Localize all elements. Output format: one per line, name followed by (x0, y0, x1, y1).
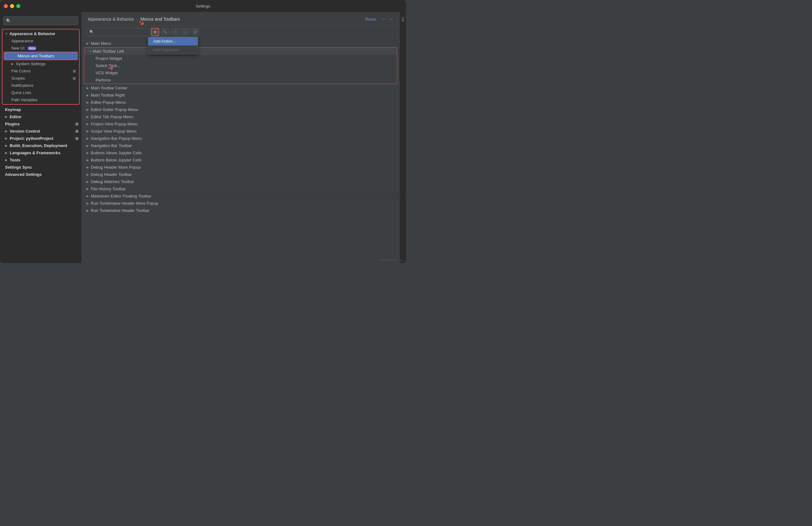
chevron-right-icon: ▶ (86, 166, 89, 169)
chevron-right-icon: ▶ (86, 108, 89, 111)
chevron-right-icon: ▶ (5, 137, 8, 140)
arrow-up-icon: ↑ (174, 29, 176, 34)
table-icon: ▦ (75, 122, 78, 126)
tree-item-main-toolbar-left[interactable]: ▾ Main Toolbar Left (84, 48, 397, 55)
tree-item-markdown-editor-floating[interactable]: ▶ Markdown Editor Floating Toolbar (82, 193, 400, 200)
tree-item-main-toolbar-right[interactable]: ▶ Main Toolbar Right (82, 91, 400, 99)
sidebar-item-advanced-settings[interactable]: Advanced Settings (0, 171, 82, 178)
chevron-right-icon: ▶ (86, 194, 89, 198)
sidebar-item-notifications[interactable]: Notifications (2, 82, 79, 89)
tree-item-main-menu[interactable]: ▶ Main Menu (82, 40, 400, 47)
chevron-right-icon: ▶ (86, 180, 89, 183)
table-icon: ▦ (75, 136, 78, 140)
plus-icon: + (154, 29, 156, 34)
beta-badge: Beta (28, 46, 37, 50)
sidebar-item-tools[interactable]: ▶ Tools (0, 156, 82, 164)
sidebar-item-quick-lists[interactable]: Quick Lists (2, 89, 79, 96)
revert-icon: ↺ (193, 29, 197, 34)
sidebar-item-appearance[interactable]: Appearance (2, 37, 79, 44)
nav-back-arrow[interactable]: ← (381, 16, 387, 22)
tree-item-vcs-widget[interactable]: VCS Widget (84, 69, 397, 76)
sidebar-search[interactable]: 🔍 (3, 16, 78, 25)
edit-button[interactable]: ✎ (161, 28, 169, 36)
revert-button[interactable]: ↺ (191, 28, 199, 36)
sidebar-item-menus-toolbars[interactable]: Menus and Toolbars (4, 52, 77, 59)
chevron-right-icon: ▶ (86, 129, 89, 133)
move-down-button[interactable]: ↓ (181, 28, 189, 36)
nav-arrows: ← → (381, 16, 393, 22)
appearance-behavior-group: ▾ Appearance & Behavior Appearance New U… (2, 29, 79, 105)
sidebar-item-path-variables[interactable]: Path Variables (2, 96, 79, 103)
window-controls (4, 4, 20, 8)
chevron-right-icon: ▶ (5, 151, 8, 155)
chevron-right-icon: ▶ (86, 101, 89, 104)
sidebar-item-system-settings[interactable]: ▶ System Settings (2, 60, 79, 67)
tree-item-editor-gutter-popup[interactable]: ▶ Editor Gutter Popup Menu (82, 106, 400, 113)
tree-item-main-toolbar-center[interactable]: ▶ Main Toolbar Center (82, 84, 400, 91)
chevron-down-icon: ▾ (89, 49, 91, 53)
chevron-right-icon: ▶ (86, 209, 89, 212)
reset-button[interactable]: Reset (365, 17, 376, 22)
sidebar-item-keymap[interactable]: Keymap (0, 106, 82, 113)
chevron-right-icon: ▶ (5, 144, 8, 147)
sidebar-item-scopes[interactable]: Scopes ▦ (2, 75, 79, 82)
tree-item-buttons-below-jupyter[interactable]: ▶ Buttons Below Jupyter Cells (82, 156, 400, 164)
tree-item-run-toolwindow-toolbar[interactable]: ▶ Run Toolwindow Header Toolbar (82, 207, 400, 214)
sidebar-item-project[interactable]: ▶ Project: pythonProject ▦ (0, 135, 82, 142)
chevron-right-icon: ▶ (86, 94, 89, 97)
chevron-down-icon: ▾ (6, 32, 7, 35)
tree-item-debug-watches-toolbar[interactable]: ▶ Debug Watches Toolbar (82, 178, 400, 185)
tree-item-buttons-above-jupyter[interactable]: ▶ Buttons Above Jupyter Cells (82, 149, 400, 156)
dropdown-add-separator: Add Separator (148, 45, 198, 54)
sidebar-item-editor[interactable]: ▶ Editor (0, 113, 82, 120)
chevron-right-icon: ▶ (86, 151, 89, 155)
tree-item-editor-popup-menu[interactable]: ▶ Editor Popup Menu (82, 99, 400, 106)
sidebar-item-new-ui[interactable]: New UI Beta (2, 44, 79, 52)
toolbar-search[interactable]: 🔍 (86, 28, 149, 36)
table-icon: ▦ (73, 76, 76, 80)
minimize-button[interactable] (10, 4, 14, 8)
chevron-right-icon: ▶ (86, 144, 89, 147)
tree-item-switch-task[interactable]: Switch Task... (84, 62, 397, 69)
nav-forward-arrow[interactable]: → (389, 16, 393, 22)
tree-item-file-history-toolbar[interactable]: ▶ File History Toolbar (82, 185, 400, 193)
chevron-right-icon: ▶ (86, 122, 89, 126)
main-toolbar-left-outline: ▾ Main Toolbar Left Project Widget Switc… (84, 47, 397, 84)
maximize-button[interactable] (16, 4, 20, 8)
tree-item-debug-header-toolbar[interactable]: ▶ Debug Header Toolbar (82, 171, 400, 178)
toolbar: 🔍 + ➜ ✎ ↑ ↓ (82, 25, 400, 39)
arrow-down-icon: ↓ (184, 29, 186, 34)
table-icon: ▦ (75, 129, 78, 133)
chevron-right-icon: ▶ (11, 62, 14, 66)
sidebar-item-file-colors[interactable]: File Colors ▦ (2, 67, 79, 75)
chevron-right-icon: ▶ (86, 173, 89, 176)
chevron-right-icon: ▶ (86, 42, 89, 45)
sidebar-item-languages[interactable]: ▶ Languages & Frameworks (0, 149, 82, 156)
move-up-button[interactable]: ↑ (171, 28, 179, 36)
tree-item-nav-bar-toolbar[interactable]: ▶ Navigation Bar Toolbar (82, 142, 400, 149)
sidebar-item-plugins[interactable]: Plugins ▦ (0, 120, 82, 128)
tree-item-perforce[interactable]: Perforce (84, 76, 397, 84)
sidebar-item-settings-sync[interactable]: Settings Sync (0, 164, 82, 171)
chevron-right-icon: ▶ (86, 202, 89, 205)
chevron-right-icon: ▶ (5, 158, 8, 162)
sidebar-item-version-control[interactable]: ▶ Version Control ▦ (0, 128, 82, 135)
tree-item-scope-view-popup[interactable]: ▶ Scope View Popup Menu (82, 128, 400, 135)
close-button[interactable] (4, 4, 8, 8)
sidebar-item-build[interactable]: ▶ Build, Execution, Deployment (0, 142, 82, 149)
tree-item-editor-tab-popup[interactable]: ▶ Editor Tab Popup Menu (82, 113, 400, 120)
tree-item-nav-bar-popup[interactable]: ▶ Navigation Bar Popup Menu (82, 135, 400, 142)
tree-item-run-toolwindow-header[interactable]: ▶ Run Toolwindow Header More Popup (82, 200, 400, 207)
tree-item-project-widget[interactable]: Project Widget (84, 55, 397, 62)
tree-item-debug-header-popup[interactable]: ▶ Debug Header More Popup (82, 164, 400, 171)
table-icon: ▦ (73, 69, 76, 73)
settings-window: Settings 🔍 ▾ Appearance & Behavior Appea… (0, 0, 406, 263)
edit-icon: ✎ (163, 29, 167, 34)
main-content: 🔍 ▾ Appearance & Behavior Appearance New… (0, 12, 406, 263)
add-action-button[interactable]: + (151, 28, 159, 36)
dropdown-add-action[interactable]: Add Action... (148, 37, 198, 45)
sidebar-item-appearance-behavior[interactable]: ▾ Appearance & Behavior (2, 30, 79, 37)
tree-item-project-view-popup[interactable]: ▶ Project View Popup Menu (82, 120, 400, 128)
right-edge: WS , (400, 12, 406, 263)
chevron-right-icon: ▶ (86, 187, 89, 190)
